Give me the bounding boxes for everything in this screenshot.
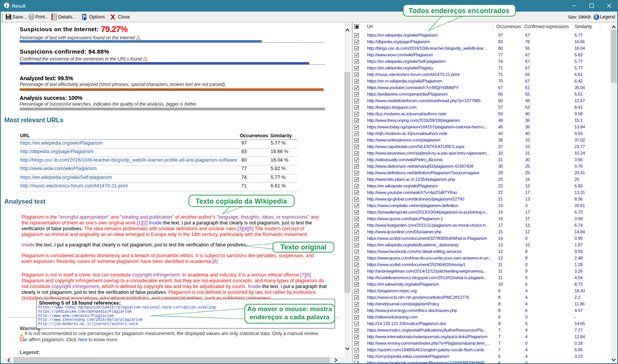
- svg-text:Todos endereços encontrados: Todos endereços encontrados: [409, 7, 510, 15]
- svg-text:Texto copiado da Wikipedia: Texto copiado da Wikipedia: [196, 197, 287, 205]
- svg-text:Ao mover o mouse: mostra: Ao mover o mouse: mostra: [247, 305, 332, 313]
- svg-text:endereços a cada palavra: endereços a cada palavra: [250, 313, 330, 321]
- svg-text:Texto original: Texto original: [280, 243, 327, 251]
